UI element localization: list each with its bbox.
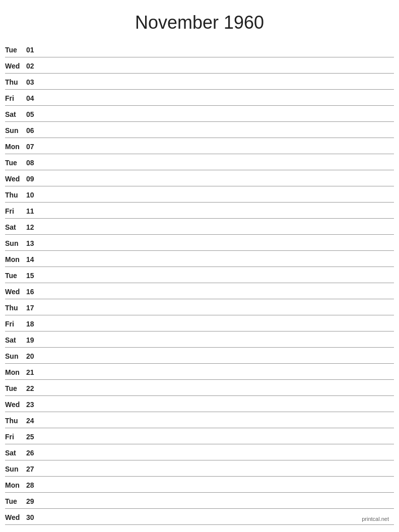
day-number: 20 bbox=[26, 352, 41, 360]
day-name: Thu bbox=[5, 191, 26, 199]
day-number: 13 bbox=[26, 239, 41, 247]
day-line bbox=[41, 178, 394, 179]
day-line bbox=[41, 485, 394, 485]
day-line bbox=[41, 307, 394, 308]
day-line bbox=[41, 49, 394, 50]
day-row: Fri11 bbox=[5, 203, 394, 219]
day-number: 29 bbox=[26, 497, 41, 505]
day-row: Wed16 bbox=[5, 283, 394, 299]
day-number: 01 bbox=[26, 46, 41, 54]
day-name: Tue bbox=[5, 159, 26, 167]
day-number: 14 bbox=[26, 255, 41, 263]
day-line bbox=[41, 469, 394, 469]
day-row: Sun06 bbox=[5, 122, 394, 138]
day-line bbox=[41, 65, 394, 66]
day-number: 21 bbox=[26, 368, 41, 376]
day-number: 23 bbox=[26, 401, 41, 409]
day-row: Sat19 bbox=[5, 331, 394, 348]
day-name: Fri bbox=[5, 433, 26, 441]
day-row: Sun13 bbox=[5, 235, 394, 251]
day-name: Wed bbox=[5, 401, 26, 409]
day-name: Sun bbox=[5, 352, 26, 360]
day-row: Wed30 bbox=[5, 509, 394, 525]
day-number: 25 bbox=[26, 433, 41, 441]
day-number: 24 bbox=[26, 417, 41, 425]
day-line bbox=[41, 130, 394, 130]
day-line bbox=[41, 211, 394, 211]
day-line bbox=[41, 388, 394, 388]
day-number: 22 bbox=[26, 384, 41, 392]
day-row: Wed02 bbox=[5, 57, 394, 74]
day-row: Tue22 bbox=[5, 380, 394, 396]
day-row: Mon28 bbox=[5, 477, 394, 493]
day-line bbox=[41, 243, 394, 243]
day-name: Mon bbox=[5, 143, 26, 151]
day-number: 17 bbox=[26, 304, 41, 312]
day-line bbox=[41, 501, 394, 501]
day-line bbox=[41, 420, 394, 421]
day-number: 15 bbox=[26, 272, 41, 280]
day-row: Sat12 bbox=[5, 219, 394, 235]
day-row: Thu10 bbox=[5, 186, 394, 203]
day-name: Tue bbox=[5, 497, 26, 505]
day-name: Thu bbox=[5, 78, 26, 86]
day-name: Sun bbox=[5, 465, 26, 473]
day-name: Fri bbox=[5, 94, 26, 102]
day-row: Sun27 bbox=[5, 460, 394, 477]
day-line bbox=[41, 323, 394, 324]
day-number: 02 bbox=[26, 62, 41, 70]
day-line bbox=[41, 356, 394, 356]
day-line bbox=[41, 517, 394, 517]
day-row: Mon14 bbox=[5, 251, 394, 267]
day-row: Fri04 bbox=[5, 90, 394, 106]
day-number: 04 bbox=[26, 94, 41, 102]
day-name: Wed bbox=[5, 62, 26, 70]
day-name: Tue bbox=[5, 272, 26, 280]
day-row: Tue15 bbox=[5, 267, 394, 283]
day-number: 10 bbox=[26, 191, 41, 199]
day-name: Tue bbox=[5, 384, 26, 392]
day-name: Tue bbox=[5, 46, 26, 54]
day-number: 08 bbox=[26, 159, 41, 167]
day-name: Fri bbox=[5, 320, 26, 328]
day-number: 07 bbox=[26, 143, 41, 151]
day-number: 12 bbox=[26, 223, 41, 231]
day-row: Mon21 bbox=[5, 364, 394, 380]
day-name: Sun bbox=[5, 126, 26, 135]
page-title: November 1960 bbox=[0, 0, 399, 41]
day-row: Tue08 bbox=[5, 154, 394, 170]
day-name: Sat bbox=[5, 110, 26, 118]
day-number: 11 bbox=[26, 207, 41, 215]
day-number: 30 bbox=[26, 513, 41, 521]
day-line bbox=[41, 227, 394, 227]
day-name: Wed bbox=[5, 175, 26, 183]
day-name: Thu bbox=[5, 304, 26, 312]
day-number: 06 bbox=[26, 126, 41, 135]
day-line bbox=[41, 259, 394, 259]
day-line bbox=[41, 436, 394, 437]
day-row: Fri18 bbox=[5, 315, 394, 331]
day-name: Mon bbox=[5, 368, 26, 376]
footer-text: printcal.net bbox=[362, 516, 389, 522]
day-name: Wed bbox=[5, 288, 26, 296]
day-row: Thu17 bbox=[5, 299, 394, 315]
day-row: Sat26 bbox=[5, 444, 394, 460]
day-name: Sun bbox=[5, 239, 26, 247]
day-name: Mon bbox=[5, 255, 26, 263]
day-row: Wed09 bbox=[5, 170, 394, 186]
day-row: Wed23 bbox=[5, 396, 394, 412]
day-number: 16 bbox=[26, 288, 41, 296]
day-line bbox=[41, 372, 394, 372]
day-line bbox=[41, 98, 394, 98]
day-row: Sat05 bbox=[5, 106, 394, 122]
day-number: 03 bbox=[26, 78, 41, 86]
day-number: 09 bbox=[26, 175, 41, 183]
day-row: Fri25 bbox=[5, 428, 394, 444]
day-name: Fri bbox=[5, 207, 26, 215]
day-name: Sat bbox=[5, 336, 26, 344]
day-line bbox=[41, 452, 394, 453]
calendar-container: Tue01Wed02Thu03Fri04Sat05Sun06Mon07Tue08… bbox=[0, 41, 399, 525]
day-line bbox=[41, 82, 394, 82]
day-line bbox=[41, 404, 394, 405]
day-number: 18 bbox=[26, 320, 41, 328]
